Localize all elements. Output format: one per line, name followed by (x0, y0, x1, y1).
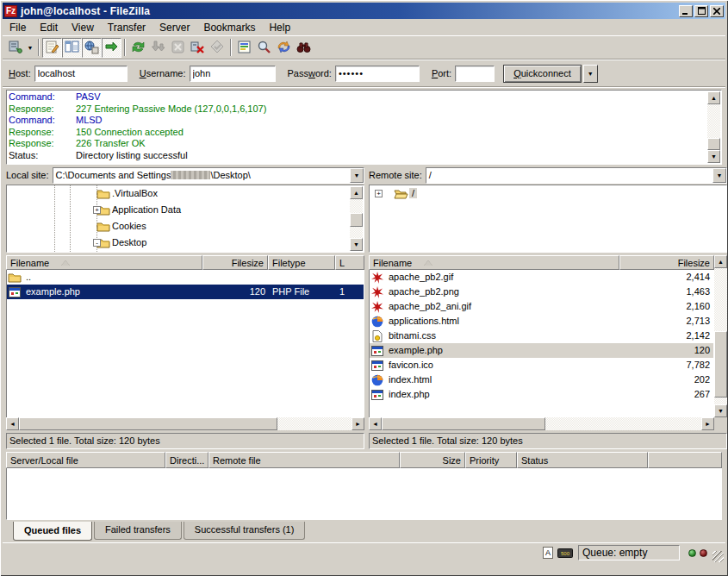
column-header-filetype[interactable]: Filetype (268, 255, 335, 270)
file-row[interactable]: index.html 202 (370, 373, 713, 387)
php-file-icon (7, 285, 22, 299)
disconnect-button[interactable] (188, 38, 208, 58)
password-input[interactable] (335, 66, 420, 82)
column-header-size[interactable]: Size (400, 452, 465, 468)
scroll-down-icon[interactable]: ▼ (350, 238, 363, 251)
log-scrollbar[interactable]: ▲ ▼ (707, 91, 720, 163)
quickconnect-button[interactable]: Quickconnect (503, 65, 582, 83)
scroll-right-icon[interactable]: ► (701, 417, 714, 430)
maximize-button[interactable] (694, 5, 708, 17)
scroll-right-icon[interactable]: ► (352, 417, 364, 430)
tab-queued-files[interactable]: Queued files (13, 522, 92, 541)
site-manager-dropdown[interactable]: ▼ (25, 39, 35, 57)
scroll-left-icon[interactable]: ◄ (369, 417, 382, 430)
file-row[interactable]: favicon.ico 7,782 (370, 358, 713, 373)
toggle-local-tree-button[interactable] (62, 38, 82, 58)
transfer-type-indicator-icon[interactable]: A (542, 546, 554, 560)
column-header-filesize[interactable]: Filesize (619, 255, 714, 270)
close-button[interactable] (710, 5, 724, 17)
transfer-queue-icon (104, 40, 119, 56)
directory-filters-button[interactable] (234, 38, 254, 58)
menu-view[interactable]: View (65, 21, 101, 34)
find-files-button[interactable] (294, 38, 314, 58)
username-input[interactable] (190, 66, 276, 82)
column-header-remote-file[interactable]: Remote file (208, 452, 400, 468)
password-label: Password: (288, 68, 332, 78)
html-file-icon (370, 373, 385, 387)
local-tree-scrollbar[interactable]: ▲ ▼ (350, 186, 363, 251)
toggle-transfer-queue-button[interactable] (102, 38, 121, 58)
local-hscrollbar[interactable]: ◄ ► (6, 417, 364, 430)
toggle-message-log-button[interactable] (42, 38, 62, 58)
menu-edit[interactable]: Edit (33, 21, 65, 34)
menu-server[interactable]: Server (152, 21, 196, 34)
menu-help[interactable]: Help (262, 21, 297, 34)
column-header-filename[interactable]: Filename (369, 255, 619, 270)
refresh-button[interactable] (128, 38, 148, 58)
remote-pane: Remote site: / ▼ + / Filename Filesize (369, 166, 727, 449)
file-row[interactable]: apache_pb2.gif 2,414 (370, 270, 713, 285)
menu-transfer[interactable]: Transfer (101, 21, 152, 34)
status-bar: A 500 Queue: empty (3, 542, 725, 562)
synchronized-browsing-button[interactable] (274, 38, 294, 58)
menu-file[interactable]: File (3, 21, 33, 34)
expand-icon[interactable]: + (93, 206, 101, 214)
tree-item[interactable]: Cookies (7, 218, 364, 235)
chevron-down-icon[interactable]: ▼ (350, 168, 364, 183)
file-row[interactable]: .. (7, 270, 364, 285)
tree-item[interactable]: + Application Data (7, 202, 364, 218)
column-header-status[interactable]: Status (517, 452, 648, 468)
resize-grip[interactable] (712, 551, 724, 562)
site-manager-button[interactable] (5, 38, 25, 58)
file-row[interactable]: bitnami.css 2,142 (370, 329, 713, 343)
remote-tree-icon (84, 40, 99, 56)
column-header-direction[interactable]: Directi... (165, 452, 208, 468)
divider (3, 86, 725, 88)
file-row[interactable]: applications.html 2,713 (370, 314, 713, 329)
file-row[interactable]: apache_pb2.png 1,463 (370, 285, 713, 299)
host-input[interactable] (34, 66, 128, 82)
queue-list[interactable] (6, 468, 722, 520)
cancel-operation-button[interactable] (168, 38, 188, 58)
tree-item[interactable]: + / (370, 185, 726, 202)
column-header-priority[interactable]: Priority (465, 452, 517, 468)
quickconnect-dropdown[interactable]: ▼ (583, 65, 598, 83)
file-row-selected[interactable]: example.php 120 (370, 343, 713, 358)
column-header-server-local-file[interactable]: Server/Local file (6, 452, 165, 468)
toggle-remote-tree-button[interactable] (82, 38, 102, 58)
column-header-filesize[interactable]: Filesize (202, 255, 268, 270)
collapse-icon[interactable]: - (93, 239, 101, 247)
process-queue-button[interactable] (148, 38, 168, 58)
scroll-up-icon[interactable]: ▲ (707, 91, 720, 104)
scroll-up-icon[interactable]: ▲ (714, 255, 727, 268)
tab-failed-transfers[interactable]: Failed transfers (94, 522, 182, 540)
directory-comparison-button[interactable] (254, 38, 274, 58)
scroll-up-icon[interactable]: ▲ (350, 186, 363, 199)
chevron-down-icon[interactable]: ▼ (712, 168, 726, 183)
tab-successful-transfers[interactable]: Successful transfers (1) (184, 522, 306, 540)
remote-vscrollbar[interactable]: ▲ ▼ (714, 255, 727, 430)
tree-item[interactable]: - Desktop (7, 235, 364, 251)
image-file-icon (370, 270, 385, 285)
process-queue-icon (151, 40, 165, 56)
local-site-combo[interactable]: C:\Documents and Settings\Desktop\ ▼ (53, 167, 364, 184)
column-header-filename[interactable]: Filename (6, 255, 202, 270)
scroll-down-icon[interactable]: ▼ (714, 404, 727, 417)
file-row-selected[interactable]: example.php 120 PHP File 1 (7, 285, 364, 299)
local-tree: .VirtualBox + Application Data Cookies - (6, 185, 364, 253)
remote-hscrollbar[interactable]: ◄ ► (369, 417, 714, 430)
speed-limit-indicator-icon[interactable]: 500 (557, 548, 573, 558)
file-row[interactable]: apache_pb2_ani.gif 2,160 (370, 299, 713, 314)
scroll-left-icon[interactable]: ◄ (6, 417, 19, 430)
scroll-down-icon[interactable]: ▼ (707, 150, 720, 163)
transfer-queue: Server/Local file Directi... Remote file… (6, 452, 722, 520)
column-header-modified[interactable]: L (335, 255, 364, 270)
menu-bookmarks[interactable]: Bookmarks (196, 21, 262, 34)
remote-site-combo[interactable]: / ▼ (426, 167, 727, 184)
expand-icon[interactable]: + (375, 190, 383, 197)
tree-item[interactable]: .VirtualBox (7, 185, 364, 202)
port-input[interactable] (455, 66, 495, 82)
file-row[interactable]: index.php 267 (370, 387, 713, 402)
reconnect-button[interactable] (208, 38, 227, 58)
minimize-button[interactable] (679, 5, 693, 17)
